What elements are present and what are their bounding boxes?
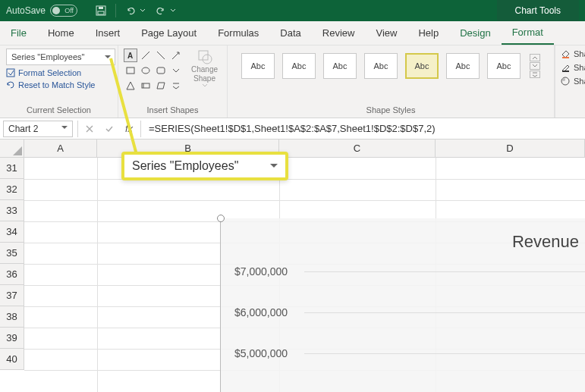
grid-area[interactable]: A B C D 31 32 33 34 35 36 37 38 39 40 Re… [0, 140, 585, 392]
shape-style-5[interactable]: Abc [405, 53, 439, 79]
embedded-chart[interactable]: Revenue $7,000,000 $6,000,000 $5,000,000 [220, 218, 585, 392]
rect-shape-icon[interactable] [124, 64, 137, 77]
bucket-icon [560, 49, 571, 59]
undo-icon[interactable] [122, 2, 139, 19]
shape-outline-button[interactable]: Shape [560, 62, 585, 73]
arrow-shape-icon[interactable] [169, 49, 183, 62]
oval-shape-icon[interactable] [139, 64, 153, 77]
tab-help[interactable]: Help [407, 21, 449, 45]
row-header[interactable]: 31 [0, 158, 24, 179]
row-header[interactable]: 38 [0, 306, 24, 328]
row-header[interactable]: 32 [0, 179, 24, 200]
redo-dropdown-icon[interactable] [169, 2, 177, 19]
col-header-d[interactable]: D [436, 140, 585, 158]
shapes-gallery[interactable]: A [124, 49, 183, 93]
format-selection-button[interactable]: Format Selection [6, 68, 81, 77]
group-label-selection: Current Selection [27, 105, 91, 116]
col-header-a[interactable]: A [24, 140, 97, 158]
undo-dropdown-icon[interactable] [139, 2, 146, 19]
group-insert-shapes: A Change Shape Insert Shapes [118, 45, 228, 118]
svg-line-4 [142, 52, 149, 59]
parallelogram-shape-icon[interactable] [154, 79, 168, 93]
reset-match-icon [6, 80, 15, 89]
enter-formula-icon[interactable] [99, 121, 119, 137]
line-shape-icon[interactable] [139, 49, 153, 62]
divider [140, 121, 141, 137]
chart-element-dropdown[interactable]: Series "Employees" [6, 49, 115, 65]
tab-format[interactable]: Format [502, 21, 554, 45]
y-axis-tick: $6,000,000 [234, 306, 288, 318]
shape-effects-button[interactable]: Shape [560, 76, 585, 86]
tab-page-layout[interactable]: Page Layout [131, 21, 207, 45]
tab-formulas[interactable]: Formulas [207, 21, 269, 45]
group-label-shapes: Insert Shapes [147, 105, 199, 116]
tab-home[interactable]: Home [37, 21, 85, 45]
group-shape-options: Shape Shape Shape [555, 45, 585, 118]
shape-fill-button[interactable]: Shape [560, 49, 585, 59]
row-header[interactable]: 40 [0, 349, 24, 370]
col-header-c[interactable]: C [279, 140, 436, 158]
row-header[interactable]: 39 [0, 328, 24, 349]
roundrect-shape-icon[interactable] [154, 64, 168, 77]
autosave-toggle[interactable]: Off [50, 5, 77, 17]
shape-style-4[interactable]: Abc [364, 53, 398, 79]
shape-style-3[interactable]: Abc [323, 53, 357, 79]
name-box[interactable]: Chart 2 [3, 121, 73, 137]
redo-icon[interactable] [153, 2, 169, 19]
tab-file[interactable]: File [0, 21, 37, 45]
chart-tools-label: Chart Tools [497, 0, 579, 21]
triangle-shape-icon[interactable] [124, 79, 137, 93]
svg-rect-13 [199, 51, 208, 60]
change-shape-button[interactable]: Change Shape [187, 49, 222, 88]
chart-resize-handle[interactable] [217, 215, 225, 222]
svg-rect-17 [562, 71, 569, 72]
scroll-down-icon[interactable] [530, 62, 540, 70]
divider [77, 121, 78, 137]
row-header[interactable]: 37 [0, 285, 24, 306]
line-shape-icon[interactable] [154, 49, 168, 62]
row-header[interactable]: 34 [0, 221, 24, 243]
gallery-more-icon[interactable] [530, 71, 540, 78]
svg-rect-7 [127, 67, 134, 74]
svg-point-14 [203, 55, 212, 64]
tab-review[interactable]: Review [312, 21, 366, 45]
svg-rect-16 [562, 57, 569, 58]
svg-rect-2 [99, 7, 103, 9]
flowchart-shape-icon[interactable] [139, 79, 153, 93]
svg-line-6 [172, 52, 179, 59]
scroll-up-icon[interactable] [530, 54, 540, 61]
tab-data[interactable]: Data [269, 21, 311, 45]
tab-view[interactable]: View [365, 21, 407, 45]
tab-design[interactable]: Design [449, 21, 501, 45]
select-all-corner[interactable] [0, 140, 24, 158]
style-gallery-scroll[interactable] [530, 54, 540, 78]
format-selection-label: Format Selection [18, 68, 81, 77]
shape-style-6[interactable]: Abc [446, 53, 480, 79]
reset-match-button[interactable]: Reset to Match Style [6, 80, 96, 89]
svg-point-8 [142, 67, 149, 74]
textbox-shape-icon[interactable]: A [124, 49, 137, 62]
row-header[interactable]: 33 [0, 200, 24, 221]
shape-style-2[interactable]: Abc [282, 53, 316, 79]
menu-bar: File Home Insert Page Layout Formulas Da… [0, 21, 585, 45]
save-icon[interactable] [93, 2, 109, 19]
title-bar: AutoSave Off Chart Tools [0, 0, 585, 21]
change-shape-icon [197, 49, 213, 65]
gallery-more-icon[interactable] [169, 79, 183, 93]
svg-point-19 [562, 78, 565, 81]
y-axis-tick: $5,000,000 [234, 347, 288, 359]
cancel-formula-icon[interactable] [80, 121, 99, 137]
svg-line-5 [157, 52, 165, 59]
row-header[interactable]: 35 [0, 243, 24, 264]
row-header[interactable]: 36 [0, 264, 24, 285]
chart-title[interactable]: Revenue [512, 232, 579, 252]
tab-insert[interactable]: Insert [85, 21, 131, 45]
shape-style-7[interactable]: Abc [487, 53, 521, 79]
shape-style-1[interactable]: Abc [241, 53, 275, 79]
formula-bar: Chart 2 fx =SERIES(Sheet1!$D$1,Sheet1!$A… [0, 118, 585, 140]
svg-rect-9 [157, 67, 165, 74]
ribbon: Series "Employees" Format Selection Rese… [0, 45, 585, 118]
formula-input[interactable]: =SERIES(Sheet1!$D$1,Sheet1!$A$2:$A$7,She… [143, 121, 585, 137]
gallery-expand-icon[interactable] [169, 64, 183, 77]
name-box-value: Chart 2 [8, 124, 38, 134]
